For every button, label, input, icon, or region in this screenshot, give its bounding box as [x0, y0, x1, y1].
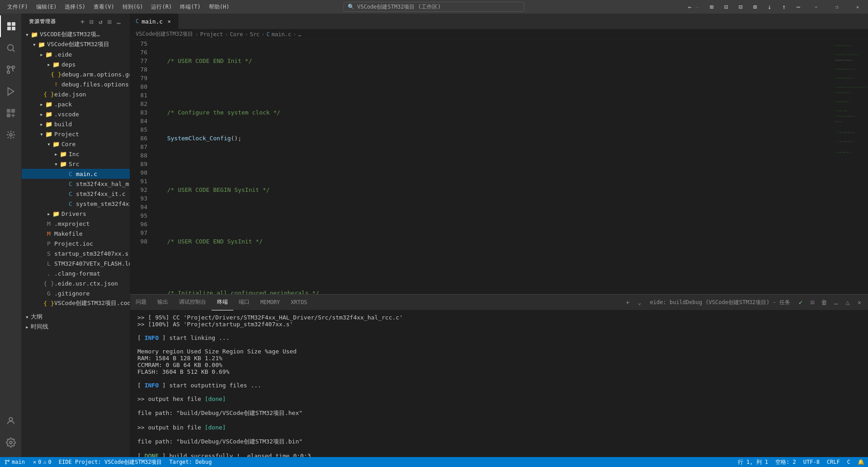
new-folder-btn[interactable]: ⊟ — [88, 18, 95, 25]
tree-item-debug-arm[interactable]: ▸ { } debug.arm.options.gcc.json — [22, 69, 130, 79]
activity-eide[interactable] — [0, 124, 22, 146]
menu-terminal[interactable]: 终端(T) — [176, 2, 204, 12]
search-bar[interactable]: 🔍 VSCode创建STM32项目 (工作区) — [344, 2, 524, 12]
terminal-more-btn[interactable]: … — [831, 297, 841, 307]
refresh-btn[interactable]: ↺ — [97, 18, 104, 25]
status-line-endings[interactable]: CRLF — [823, 457, 844, 467]
tab-output[interactable]: 输出 — [152, 295, 174, 310]
tree-item-project[interactable]: ▾ 📁 Project — [22, 129, 130, 139]
tab-ports[interactable]: 端口 — [233, 295, 255, 310]
tree-item-eide-json[interactable]: ▸ { } eide.json — [22, 89, 130, 99]
toolbar-icon-5[interactable]: ↓ — [762, 0, 777, 14]
tree-item-stm32-it[interactable]: ▸ C stm32f4xx_it.c — [22, 189, 130, 199]
menu-help[interactable]: 帮助(H) — [205, 2, 233, 12]
tree-item-stm32-hal[interactable]: ▸ C stm32f4xx_hal_msp.c — [22, 179, 130, 189]
tree-item-drivers[interactable]: ▸ 📁 Drivers — [22, 209, 130, 219]
breadcrumb-src[interactable]: Src — [250, 31, 260, 38]
status-notifications[interactable]: 🔔 — [854, 457, 868, 467]
minimize-button[interactable]: − — [806, 0, 826, 14]
nav-back-btn[interactable]: ← — [688, 4, 692, 10]
tree-item-core[interactable]: ▾ 📁 Core — [22, 139, 130, 149]
tree-item-ld[interactable]: ▸ L STM32F407VETx_FLASH.ld — [22, 258, 130, 268]
activity-explorer[interactable] — [0, 15, 22, 37]
editor-content[interactable]: 75 76 77 78 79 80 81 82 83 84 85 86 87 8… — [130, 39, 868, 294]
terminal-trash-btn[interactable]: 🗑 — [819, 297, 829, 307]
status-git-branch[interactable]: main — [0, 457, 29, 467]
tab-debug-console[interactable]: 调试控制台 — [174, 295, 212, 310]
tree-item-root[interactable]: ▾ 📁 VSCODE创建STM32项… — [22, 29, 130, 39]
toolbar-icon-2[interactable]: ⊡ — [719, 0, 733, 14]
tree-item-src[interactable]: ▾ 📁 Src — [22, 159, 130, 169]
tab-close-btn[interactable]: ✕ — [165, 18, 173, 25]
tab-memory[interactable]: MEMORY — [255, 295, 285, 310]
tree-item-makefile[interactable]: ▸ M Makefile — [22, 229, 130, 238]
restore-button[interactable]: ❐ — [826, 0, 847, 14]
tree-item-project-ioc[interactable]: ▸ P Project.ioc — [22, 238, 130, 248]
activity-search[interactable] — [0, 37, 22, 59]
terminal-close-btn[interactable]: ✕ — [854, 297, 864, 307]
menu-edit[interactable]: 编辑(E) — [33, 2, 61, 12]
tree-item-eide-usr[interactable]: ▸ { } .eide.usr.ctx.json — [22, 278, 130, 288]
close-button[interactable]: ✕ — [847, 0, 868, 14]
toolbar-icon-3[interactable]: ⊟ — [733, 0, 748, 14]
tree-item-startup[interactable]: ▸ S startup_stm32f407xx.s — [22, 248, 130, 258]
split-terminal-btn[interactable]: ⌄ — [635, 297, 645, 307]
activity-run[interactable] — [0, 81, 22, 102]
tree-item-codework[interactable]: ▸ { } VSCode创建STM32项目.code-work… — [22, 298, 130, 308]
breadcrumb-project[interactable]: Project — [200, 31, 223, 38]
more-btn[interactable]: … — [115, 18, 123, 25]
tree-item-vscode-project[interactable]: ▾ 📁 VSCode创建STM32项目 — [22, 39, 130, 49]
status-cursor[interactable]: 行 1, 列 1 — [734, 457, 772, 467]
tree-item-debug-files[interactable]: ▸ ! debug.files.options.yml — [22, 79, 130, 89]
status-encoding[interactable]: UTF-8 — [800, 457, 823, 467]
tree-item-clang[interactable]: ▸ . .clang-format — [22, 268, 130, 278]
menu-file[interactable]: 文件(F) — [4, 2, 32, 12]
menu-run[interactable]: 运行(R) — [147, 2, 175, 12]
tree-item-build[interactable]: ▸ 📁 build — [22, 119, 130, 129]
tree-item-gitignore[interactable]: ▸ G .gitignore — [22, 288, 130, 298]
toolbar-icon-7[interactable]: ⋯ — [791, 0, 806, 14]
toolbar-icon-1[interactable]: ⊞ — [704, 0, 719, 14]
status-target[interactable]: Target: Debug — [165, 457, 215, 467]
activity-settings[interactable] — [0, 432, 22, 453]
tree-item-inc[interactable]: ▸ 📁 Inc — [22, 149, 130, 159]
tree-item-system[interactable]: ▸ C system_stm32f4xx.c — [22, 199, 130, 209]
json-file-icon: { } — [45, 280, 52, 287]
tree-item-shijian[interactable]: ▸ 时间线 — [22, 322, 130, 332]
tree-item-mxproject[interactable]: ▸ M .mxproject — [22, 219, 130, 229]
tree-item-daxiao[interactable]: ▾ 大纲 — [22, 312, 130, 322]
tab-terminal[interactable]: 终端 — [212, 295, 233, 310]
code-area[interactable]: /* USER CODE END Init */ /* Configure th… — [153, 39, 832, 294]
status-spaces[interactable]: 空格: 2 — [772, 457, 800, 467]
menu-view[interactable]: 查看(V) — [90, 2, 118, 12]
activity-scm[interactable] — [0, 59, 22, 81]
breadcrumb-core[interactable]: Core — [230, 31, 243, 38]
tab-xrtos[interactable]: XRTOS — [285, 295, 312, 310]
toolbar-icon-4[interactable]: ⊞ — [748, 0, 762, 14]
tab-main-c[interactable]: C main.c ✕ — [130, 14, 179, 29]
tree-item-deps[interactable]: ▸ 📁 deps — [22, 59, 130, 69]
status-language[interactable]: C — [844, 457, 854, 467]
activity-account[interactable] — [0, 410, 22, 432]
tab-problems[interactable]: 问题 — [130, 295, 152, 310]
menu-select[interactable]: 选择(S) — [61, 2, 89, 12]
terminal-maximize-btn[interactable]: △ — [843, 297, 853, 307]
activity-extensions[interactable] — [0, 102, 22, 124]
add-terminal-btn[interactable]: + — [623, 297, 633, 307]
toolbar-icon-6[interactable]: ↑ — [777, 0, 791, 14]
terminal-split-btn[interactable]: ⊡ — [807, 297, 817, 307]
status-errors[interactable]: ✕ 0 ⚠ 0 — [29, 457, 55, 467]
breadcrumb-root[interactable]: VSCode创建STM32项目 — [136, 30, 193, 38]
menu-goto[interactable]: 转到(G) — [119, 2, 147, 12]
tree-item-main-c[interactable]: ▸ C main.c — [22, 169, 130, 179]
folder-icon: 📁 — [38, 41, 45, 48]
new-file-btn[interactable]: + — [79, 18, 86, 25]
collapse-btn[interactable]: ⊡ — [106, 18, 113, 25]
breadcrumb-dots[interactable]: … — [298, 31, 301, 38]
nav-forward-btn[interactable]: → — [695, 4, 699, 10]
tree-item-eide[interactable]: ▸ 📁 .eide — [22, 49, 130, 59]
breadcrumb-file[interactable]: main.c — [272, 31, 291, 38]
tree-item-pack[interactable]: ▸ 📁 .pack — [22, 99, 130, 109]
tree-item-vscode[interactable]: ▸ 📁 .vscode — [22, 109, 130, 119]
status-eide-project[interactable]: EIDE Project: VSCode创建STM32项目 — [55, 457, 166, 467]
